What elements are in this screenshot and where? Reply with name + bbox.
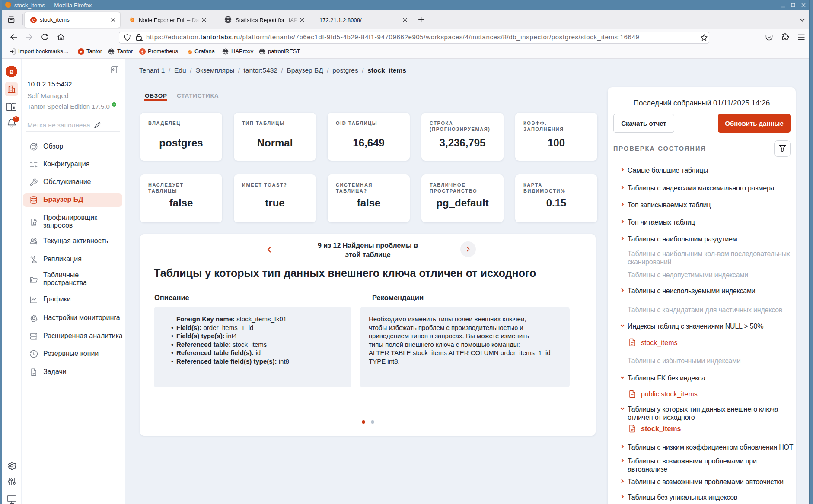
svg-text:e: e [32,17,35,22]
svg-text:e: e [80,49,83,54]
svg-text:e: e [9,67,13,76]
